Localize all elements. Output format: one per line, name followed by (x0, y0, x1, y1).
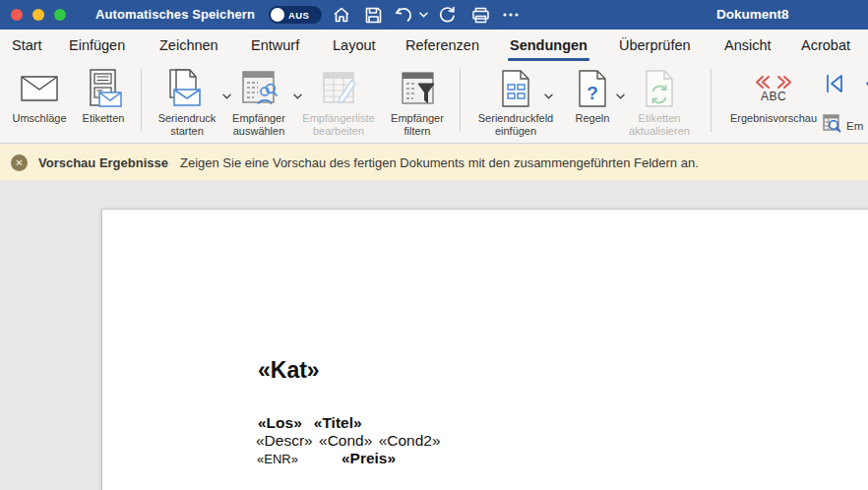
toggle-knob-icon (271, 8, 284, 22)
undo-menu-chevron-icon[interactable] (417, 4, 429, 26)
infobar-title: Vorschau Ergebnisse (38, 155, 168, 170)
more-options-icon[interactable] (500, 4, 522, 26)
redo-icon[interactable] (436, 4, 458, 26)
zoom-window-button[interactable] (54, 9, 66, 21)
merge-field-line-descr[interactable]: «Descr» «Cond» «Cond2» (256, 432, 441, 450)
preview-results-icon: ABC (754, 75, 793, 102)
tab-zeichnen[interactable]: Zeichnen (157, 30, 220, 61)
ribbon-tabbar: Start Einfügen Zeichnen Entwurf Layout R… (0, 30, 868, 61)
merge-field-cond[interactable]: «Cond» (319, 432, 372, 449)
autosave-toggle[interactable]: AUS (269, 6, 322, 24)
infobar-description: Zeigen Sie eine Vorschau des fertigen Do… (180, 155, 699, 170)
svg-text:?: ? (587, 83, 598, 103)
tab-referenzen[interactable]: Referenzen (403, 30, 481, 61)
seriendruckfeld-einfuegen-button[interactable]: Seriendruckfeld einfügen (465, 64, 567, 141)
tab-ansicht[interactable]: Ansicht (722, 30, 774, 61)
tab-sendungen[interactable]: Sendungen (508, 30, 589, 61)
autosave-state-label: AUS (288, 10, 309, 21)
etiketten-button[interactable]: Etiketten (71, 64, 136, 141)
merge-field-line-enr-preis[interactable]: «ENR»«Preis» (257, 450, 396, 467)
group-separator (460, 69, 461, 132)
autosave-label: Automatisches Speichern (95, 7, 255, 22)
previous-record-icon[interactable] (860, 73, 868, 94)
ergebnisvorschau-label: Ergebnisvorschau (715, 112, 832, 125)
save-icon[interactable] (362, 4, 384, 26)
start-mail-merge-icon (146, 64, 228, 112)
empfaenger-filtern-button[interactable]: Empfänger filtern (380, 64, 455, 141)
empfaenger-suchen-label: Em (846, 120, 863, 132)
titlebar: Automatisches Speichern AUS Dokument8 (0, 0, 868, 30)
regeln-label: Regeln (563, 112, 622, 125)
undo-icon[interactable] (394, 4, 415, 26)
home-icon[interactable] (331, 4, 352, 26)
word-window: Automatisches Speichern AUS Dokument8 St (0, 0, 868, 490)
document-page[interactable]: «Kat» «Los»«Titel» «Descr» «Cond» «Cond2… (101, 209, 868, 490)
tab-einfuegen[interactable]: Einfügen (67, 30, 127, 61)
tab-start[interactable]: Start (10, 30, 44, 61)
merge-field-descr[interactable]: «Descr» (256, 432, 313, 449)
rules-icon: ? (563, 64, 622, 112)
tab-ueberpruefen[interactable]: Überprüfen (617, 30, 693, 61)
seriendruck-starten-button[interactable]: Seriendruck starten (146, 64, 228, 141)
labels-icon (71, 64, 136, 112)
first-record-icon[interactable] (825, 73, 844, 94)
group-separator (141, 69, 142, 132)
chevron-down-icon (544, 86, 553, 103)
merge-field-los[interactable]: «Los» (258, 414, 302, 431)
regeln-button[interactable]: ? Regeln (563, 64, 622, 141)
envelope-icon (6, 64, 73, 112)
ribbon-sendungen: Umschläge Etiketten (0, 61, 868, 144)
merge-field-enr[interactable]: «ENR» (257, 452, 298, 466)
group-separator (711, 69, 712, 132)
merge-field-cond2[interactable]: «Cond2» (379, 432, 441, 449)
tab-layout[interactable]: Layout (331, 30, 378, 61)
seriendruckfeld-einfuegen-label: Seriendruckfeld einfügen (465, 112, 567, 137)
preview-abc-label: ABC (761, 91, 786, 102)
minimize-window-button[interactable] (32, 9, 44, 21)
close-window-button[interactable] (11, 9, 23, 21)
ergebnisvorschau-button[interactable]: ABC Ergebnisvorschau (715, 64, 832, 141)
empfaengerliste-bearbeiten-label: Empfängerliste bearbeiten (287, 112, 390, 137)
find-recipient-icon (823, 114, 841, 137)
seriendruck-starten-label: Seriendruck starten (146, 112, 228, 137)
merge-field-kat[interactable]: «Kat» (258, 357, 320, 384)
tab-entwurf[interactable]: Entwurf (249, 30, 301, 61)
merge-field-line-los-titel[interactable]: «Los»«Titel» (258, 414, 362, 432)
insert-merge-field-icon (465, 64, 567, 112)
etiketten-aktualisieren-label: Etiketten aktualisieren (614, 112, 705, 137)
preview-results-infobar: ✕ Vorschau Ergebnisse Zeigen Sie eine Vo… (0, 145, 868, 180)
update-labels-icon (614, 64, 705, 112)
document-title: Dokument8 (716, 7, 789, 22)
close-x-icon[interactable]: ✕ (11, 154, 28, 171)
umschlaege-button[interactable]: Umschläge (6, 64, 73, 141)
empfaengerliste-bearbeiten-button: Empfängerliste bearbeiten (287, 64, 390, 141)
tab-acrobat[interactable]: Acrobat (799, 30, 852, 61)
etiketten-label: Etiketten (71, 112, 136, 125)
merge-field-titel[interactable]: «Titel» (314, 414, 362, 431)
filter-recipients-icon (380, 64, 455, 112)
empfaenger-filtern-label: Empfänger filtern (380, 112, 455, 137)
umschlaege-label: Umschläge (6, 112, 73, 125)
edit-recipient-list-icon (287, 64, 390, 112)
merge-field-preis[interactable]: «Preis» (341, 450, 396, 466)
empfaenger-suchen-button[interactable]: Em (823, 114, 863, 137)
print-icon[interactable] (469, 4, 491, 26)
etiketten-aktualisieren-button: Etiketten aktualisieren (614, 64, 705, 141)
document-area[interactable]: «Kat» «Los»«Titel» «Descr» «Cond» «Cond2… (0, 180, 868, 490)
